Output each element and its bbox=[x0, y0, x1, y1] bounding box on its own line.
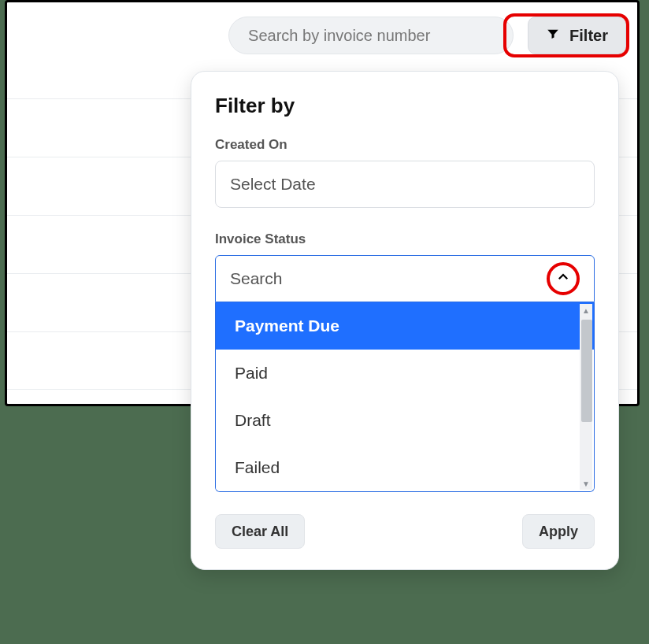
search-input[interactable]: Search by invoice number bbox=[228, 17, 514, 54]
filter-popover-title: Filter by bbox=[215, 94, 595, 118]
invoice-status-label: Invoice Status bbox=[215, 231, 595, 247]
status-option-failed[interactable]: Failed bbox=[216, 444, 594, 491]
status-option-draft[interactable]: Draft bbox=[216, 397, 594, 444]
apply-label: Apply bbox=[539, 524, 578, 540]
filter-popover-footer: Clear All Apply bbox=[215, 514, 595, 549]
invoice-status-search-placeholder: Search bbox=[230, 269, 283, 288]
status-option-label: Draft bbox=[235, 411, 271, 430]
filter-button-label: Filter bbox=[569, 27, 608, 45]
created-on-placeholder: Select Date bbox=[230, 175, 316, 194]
created-on-input[interactable]: Select Date bbox=[215, 161, 595, 208]
search-placeholder-text: Search by invoice number bbox=[248, 27, 430, 45]
chevron-highlight bbox=[547, 262, 580, 295]
filter-button[interactable]: Filter bbox=[528, 17, 626, 54]
invoice-status-select[interactable]: Search bbox=[215, 255, 595, 302]
status-option-label: Paid bbox=[235, 364, 268, 383]
scroll-up-icon[interactable]: ▲ bbox=[580, 305, 592, 316]
options-scrollbar-thumb[interactable] bbox=[581, 320, 592, 422]
status-option-label: Payment Due bbox=[235, 316, 339, 335]
filter-popover: Filter by Created On Select Date Invoice… bbox=[191, 71, 619, 570]
toolbar: Search by invoice number Filter bbox=[7, 2, 637, 65]
apply-button[interactable]: Apply bbox=[522, 514, 595, 549]
status-option-paid[interactable]: Paid bbox=[216, 350, 594, 397]
chevron-up-icon[interactable] bbox=[556, 269, 570, 288]
filter-icon bbox=[546, 27, 560, 45]
clear-all-label: Clear All bbox=[232, 524, 288, 540]
status-option-payment-due[interactable]: Payment Due bbox=[216, 302, 594, 350]
clear-all-button[interactable]: Clear All bbox=[215, 514, 305, 549]
invoice-status-options: Payment Due Paid Draft Failed ▲ ▼ bbox=[215, 302, 595, 492]
created-on-label: Created On bbox=[215, 137, 595, 153]
status-option-label: Failed bbox=[235, 458, 280, 477]
scroll-down-icon[interactable]: ▼ bbox=[580, 478, 592, 489]
